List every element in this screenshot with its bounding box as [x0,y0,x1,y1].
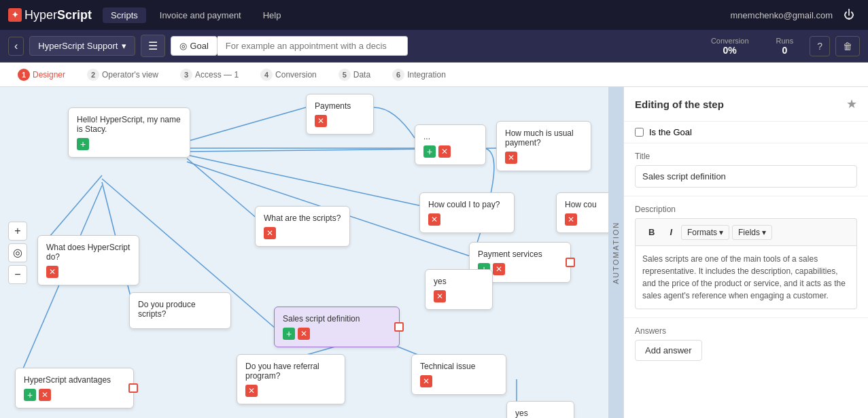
tab-designer[interactable]: 1 Designer [8,65,75,85]
node-sales-script-goal-indicator [394,322,404,332]
node-how-col-remove[interactable]: ✕ [565,213,577,226]
node-how-much-remove[interactable]: ✕ [505,152,517,164]
node-advantages[interactable]: HyperScript advantages + ✕ [15,368,134,408]
node-what-does[interactable]: What does HyperScript do? ✕ [37,235,139,285]
description-label: Description [635,205,857,214]
panel-header: Editing of the step ★ [624,87,868,122]
runs-label: Runs [776,37,794,45]
node-what-does-controls: ✕ [46,266,131,278]
node-payment-services-remove[interactable]: ✕ [493,263,505,275]
node-how-much[interactable]: How much is usual payment? ✕ [496,121,591,171]
node-yes1-controls: ✕ [434,290,484,302]
title-input[interactable] [635,165,857,188]
logo-icon: ✦ [8,8,22,22]
add-answer-button[interactable]: Add answer [635,340,702,361]
zoom-out-button[interactable]: − [8,265,27,284]
zoom-target-button[interactable]: ◎ [8,243,27,262]
runs-value: 0 [782,45,787,56]
svg-line-3 [187,155,421,206]
node-sales-script[interactable]: Sales script definition + ✕ [274,307,400,347]
goal-input[interactable] [218,36,408,56]
node-what-does-remove[interactable]: ✕ [46,266,58,278]
panel-star-button[interactable]: ★ [846,97,857,111]
user-email: mnemchenko@gmail.com [731,10,833,20]
node-payments[interactable]: Payments ✕ [306,94,374,135]
bold-button[interactable]: B [642,224,661,240]
node-yes2[interactable]: yes [506,401,574,418]
goal-button[interactable]: ◎ Goal [171,36,217,56]
node-do-referral-remove[interactable]: ✕ [245,385,258,397]
node-what-scripts[interactable]: What are the scripts? ✕ [255,206,350,247]
app-logo: ✦ HyperScript [8,8,92,22]
goal-icon: ◎ [179,41,187,51]
zoom-controls: + ◎ − [8,222,27,284]
node-do-referral-text: Do you have referral program? [245,362,336,381]
node-sales-script-add[interactable]: + [283,328,295,340]
tab-6-number: 6 [392,69,404,81]
nav-invoice[interactable]: Invoice and payment [152,7,249,23]
node-do-referral[interactable]: Do you have referral program? ✕ [237,354,345,404]
zoom-in-button[interactable]: + [8,222,27,241]
node-how-could[interactable]: How could I to pay? ✕ [419,192,515,233]
logout-button[interactable]: ⏻ [838,6,860,24]
tab-5-number: 5 [338,69,351,81]
nav-help[interactable]: Help [255,7,290,23]
node-ellipsis-remove[interactable]: ✕ [438,145,451,158]
toolbar: ‹ HyperScript Support ▾ ☰ ◎ Goal Convers… [0,30,868,63]
tab-3-number: 3 [180,69,192,81]
node-advantages-add[interactable]: + [24,389,36,401]
node-payments-remove[interactable]: ✕ [315,115,327,127]
node-how-could-controls: ✕ [428,213,506,226]
node-sales-script-remove[interactable]: ✕ [298,328,310,340]
delete-button[interactable]: 🗑 [835,36,860,56]
tab-3-label: Access — 1 [195,70,239,80]
script-selector[interactable]: HyperScript Support ▾ [29,36,135,56]
node-technical-remove[interactable]: ✕ [420,375,432,387]
tab-2-number: 2 [87,69,99,81]
node-advantages-remove[interactable]: ✕ [39,389,51,401]
node-yes1[interactable]: yes ✕ [425,269,493,310]
italic-button[interactable]: I [663,224,678,240]
description-editor[interactable]: Sales scripts are one of the main tools … [635,245,857,309]
tab-integration[interactable]: 6 Integration [383,65,455,85]
node-technical-text: Technical issue [420,362,498,371]
answers-section: Answers Add answer [624,318,868,369]
tab-1-label: Designer [33,70,65,80]
tab-4-number: 4 [260,69,273,81]
formats-label: Formats [687,228,717,237]
canvas[interactable]: + ◎ − Hello! HyperScript, my name is Sta… [0,87,623,418]
node-ellipsis-add[interactable]: + [423,145,436,158]
main-content: + ◎ − Hello! HyperScript, my name is Sta… [0,87,868,418]
node-hello-controls: + [77,138,181,150]
back-button[interactable]: ‹ [8,37,24,56]
answers-label: Answers [635,326,857,336]
tab-data[interactable]: 5 Data [329,65,380,85]
node-hello[interactable]: Hello! HyperScript, my name is Stacy. + [68,107,190,158]
menu-button[interactable]: ☰ [141,35,165,57]
node-how-could-text: How could I to pay? [428,200,506,209]
node-ellipsis-controls: + ✕ [423,145,477,158]
node-yes1-remove[interactable]: ✕ [434,290,446,302]
help-button[interactable]: ? [810,36,830,56]
nav-scripts[interactable]: Scripts [103,7,146,23]
fields-dropdown[interactable]: Fields ▾ [732,225,772,240]
description-section: Description B I Formats ▾ Fields ▾ Sales… [624,196,868,318]
node-do-produce[interactable]: Do you produce scripts? [129,292,231,329]
is-goal-checkbox[interactable] [635,128,644,137]
node-how-could-remove[interactable]: ✕ [428,213,440,226]
right-panel: Editing of the step ★ Is the Goal Title … [623,87,868,418]
tab-operator-view[interactable]: 2 Operator's view [77,65,168,85]
top-navigation: ✦ HyperScript Scripts Invoice and paymen… [0,0,868,30]
tab-access[interactable]: 3 Access — 1 [171,65,248,85]
node-technical[interactable]: Technical issue ✕ [411,354,506,395]
logo-text: HyperScript [24,8,92,22]
node-what-scripts-remove[interactable]: ✕ [264,227,276,239]
node-what-scripts-controls: ✕ [264,227,341,239]
node-hello-add[interactable]: + [77,138,89,150]
conversion-value: 0% [723,45,737,56]
node-ellipsis[interactable]: ... + ✕ [415,124,486,165]
formats-dropdown[interactable]: Formats ▾ [681,225,729,240]
tab-conversion[interactable]: 4 Conversion [251,65,326,85]
conversion-stat: Conversion 0% [700,37,760,56]
automation-label: AUTOMATION [608,87,623,418]
